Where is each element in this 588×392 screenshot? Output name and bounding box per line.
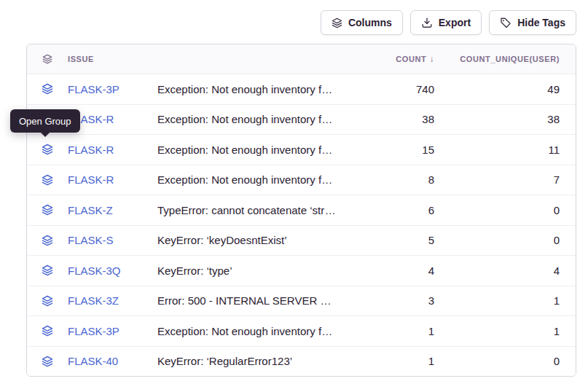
issues-table: ISSUE COUNT ↓ COUNT_UNIQUE(USER) FLASK-3… xyxy=(26,44,576,377)
issue-id-cell: FLASK-3Z xyxy=(68,294,157,307)
count-cell: 1 xyxy=(345,325,440,337)
issue-id-link[interactable]: FLASK-S xyxy=(68,234,114,246)
count-unique-cell: 38 xyxy=(440,113,576,125)
table-row[interactable]: FLASK-3P Exception: Not enough inventory… xyxy=(27,74,576,104)
table-row[interactable]: FLASK-R Exception: Not enough inventory … xyxy=(27,134,576,165)
open-group-icon[interactable] xyxy=(27,325,68,337)
issue-title: Exception: Not enough inventory for n… xyxy=(157,325,345,337)
issue-id-cell: FLASK-3Q xyxy=(68,264,157,277)
count-cell: 6 xyxy=(345,204,440,216)
count-unique-cell: 0 xyxy=(440,204,576,216)
issue-title: KeyError: ‘type’ xyxy=(157,264,345,277)
issue-id-cell: FLASK-Z xyxy=(68,204,157,216)
issue-id-cell: FLASK-3P xyxy=(68,83,157,95)
issue-id-link[interactable]: FLASK-3Q xyxy=(68,264,121,277)
count-unique-cell: 1 xyxy=(440,325,576,337)
tooltip-text: Open Group xyxy=(19,116,71,127)
issue-id-link[interactable]: FLASK-R xyxy=(68,173,114,186)
header-layers-icon xyxy=(27,54,68,64)
toolbar: Columns Export Hide Tags xyxy=(321,10,576,35)
table-row[interactable]: FLASK-R Exception: Not enough inventory … xyxy=(27,165,576,195)
header-count-label: COUNT xyxy=(396,55,426,63)
issue-id-cell: FLASK-S xyxy=(68,234,157,246)
issue-title: Exception: Not enough inventory for h… xyxy=(157,144,345,156)
table-row[interactable]: FLASK-3Z Error: 500 - INTERNAL SERVER ER… xyxy=(27,286,576,316)
open-group-icon[interactable] xyxy=(27,174,68,186)
layers-icon xyxy=(332,17,342,28)
count-cell: 3 xyxy=(345,294,440,307)
table-row[interactable]: FLASK-Z TypeError: cannot concatenate ‘s… xyxy=(27,195,576,225)
issue-title: KeyError: ‘RegularError123’ xyxy=(157,355,345,367)
issue-id-link[interactable]: FLASK-40 xyxy=(68,355,118,367)
count-unique-cell: 0 xyxy=(440,234,576,246)
tag-icon xyxy=(500,17,511,28)
issue-title: KeyError: ‘keyDoesntExist’ xyxy=(157,234,345,246)
header-count-unique[interactable]: COUNT_UNIQUE(USER) xyxy=(440,55,576,63)
open-group-icon[interactable] xyxy=(27,83,68,95)
download-icon xyxy=(421,17,433,28)
count-unique-cell: 11 xyxy=(440,144,576,156)
table-row[interactable]: FLASK-3P Exception: Not enough inventory… xyxy=(27,315,576,346)
count-unique-cell: 0 xyxy=(440,355,576,367)
issue-id-cell: FLASK-R xyxy=(68,144,157,156)
issue-title: Exception: Not enough inventory for n… xyxy=(157,173,345,186)
count-cell: 740 xyxy=(345,83,440,95)
count-cell: 5 xyxy=(345,234,440,246)
issue-id-link[interactable]: FLASK-R xyxy=(68,144,114,156)
issue-title: TypeError: cannot concatenate ‘str’ an… xyxy=(157,204,345,216)
issue-title: Exception: Not enough inventory for… xyxy=(157,113,345,125)
issue-id-link[interactable]: FLASK-3Z xyxy=(68,294,119,307)
count-cell: 1 xyxy=(345,355,440,367)
open-group-icon[interactable] xyxy=(27,264,68,276)
columns-button[interactable]: Columns xyxy=(321,10,403,35)
hide-tags-button[interactable]: Hide Tags xyxy=(489,10,576,35)
open-group-icon[interactable] xyxy=(27,235,68,246)
export-button-label: Export xyxy=(439,17,471,28)
open-group-icon[interactable] xyxy=(27,295,68,307)
table-row[interactable]: FLASK-R Exception: Not enough inventory … xyxy=(27,104,576,135)
columns-button-label: Columns xyxy=(348,17,392,28)
issue-id-link[interactable]: FLASK-3P xyxy=(68,325,119,337)
issue-title: Exception: Not enough inventory for… xyxy=(157,83,345,95)
issue-id-cell: FLASK-40 xyxy=(68,355,157,367)
count-unique-cell: 1 xyxy=(440,294,576,307)
issue-title: Error: 500 - INTERNAL SERVER ERROR xyxy=(157,294,345,307)
open-group-icon[interactable] xyxy=(27,356,68,367)
count-cell: 15 xyxy=(345,144,440,156)
count-unique-cell: 7 xyxy=(440,173,576,186)
open-group-tooltip: Open Group xyxy=(10,109,80,133)
header-issue[interactable]: ISSUE xyxy=(68,55,157,63)
table-header-row: ISSUE COUNT ↓ COUNT_UNIQUE(USER) xyxy=(27,44,576,74)
open-group-icon[interactable] xyxy=(27,204,68,216)
hide-tags-button-label: Hide Tags xyxy=(517,17,565,28)
issue-id-cell: FLASK-R xyxy=(68,113,157,125)
issue-id-link[interactable]: FLASK-Z xyxy=(68,204,113,216)
count-cell: 4 xyxy=(345,264,440,277)
issue-id-cell: FLASK-R xyxy=(68,173,157,186)
table-row[interactable]: FLASK-3Q KeyError: ‘type’ 4 4 xyxy=(27,255,576,286)
issue-id-cell: FLASK-3P xyxy=(68,325,157,337)
export-button[interactable]: Export xyxy=(410,10,482,35)
table-row[interactable]: FLASK-40 KeyError: ‘RegularError123’ 1 0 xyxy=(27,346,576,377)
count-unique-cell: 4 xyxy=(440,264,576,277)
open-group-icon[interactable] xyxy=(27,144,68,155)
table-row[interactable]: FLASK-S KeyError: ‘keyDoesntExist’ 5 0 xyxy=(27,225,576,256)
count-cell: 8 xyxy=(345,173,440,186)
sort-desc-icon: ↓ xyxy=(429,55,434,63)
issue-id-link[interactable]: FLASK-3P xyxy=(68,83,119,95)
table-body: FLASK-3P Exception: Not enough inventory… xyxy=(27,74,576,376)
count-unique-cell: 49 xyxy=(440,83,576,95)
header-count[interactable]: COUNT ↓ xyxy=(345,55,440,63)
count-cell: 38 xyxy=(345,113,440,125)
